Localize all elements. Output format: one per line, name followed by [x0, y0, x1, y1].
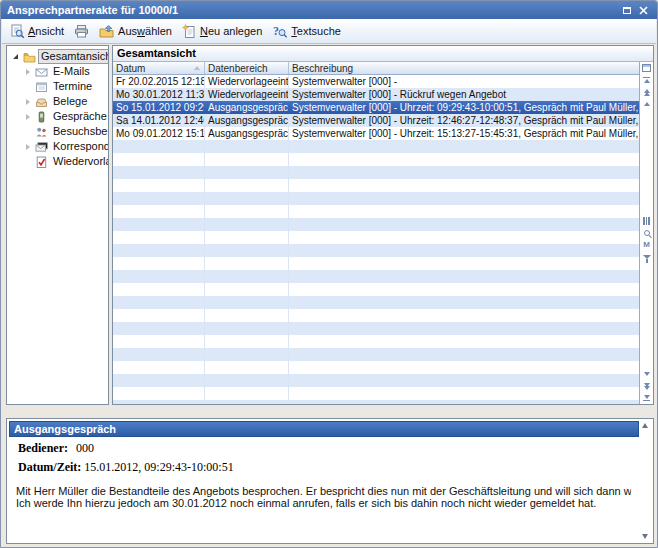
cell-datenbereich: Wiedervorlageeintrag: [205, 75, 289, 88]
app-window: Ansprechpartnerakte für 10000/1 Ansicht: [0, 0, 658, 548]
tree-item-gespr-che[interactable]: Gespräche: [7, 109, 108, 124]
cell-datum: [113, 296, 205, 309]
cell-beschreibung: Systemverwalter [000] - Uhrzeit: 15:13:2…: [289, 127, 639, 140]
scroll-up-icon[interactable]: [642, 423, 648, 428]
tree-item-korrespondenzen[interactable]: Korrespondenzen: [7, 139, 108, 154]
tree-collapsed-arrow-icon[interactable]: [23, 144, 32, 150]
column-header-datum[interactable]: Datum: [113, 62, 205, 74]
cell-beschreibung: Systemverwalter [000] -: [289, 75, 639, 88]
column-chooser-button[interactable]: [640, 62, 653, 74]
cell-beschreibung: [289, 166, 639, 179]
tree-item-label: Gesamtansicht: [39, 50, 109, 63]
tree-item-e-mails[interactable]: E-Mails: [7, 64, 108, 79]
tree-item-label: Korrespondenzen: [51, 140, 109, 153]
cell-datum: [113, 335, 205, 348]
cell-datenbereich: [205, 218, 289, 231]
cell-datenbereich: Ausgangsgespräch: [205, 101, 289, 114]
cell-datenbereich: [205, 296, 289, 309]
cell-beschreibung: [289, 283, 639, 296]
table-row-empty: [113, 257, 639, 270]
close-button[interactable]: [636, 4, 651, 17]
auswaehlen-button[interactable]: Auswählen: [96, 22, 177, 41]
table-row-empty: [113, 387, 639, 400]
table-row-empty: [113, 400, 639, 404]
detail-panel: Ausgangsgespräch Bediener: 000 Datum/Zei…: [6, 418, 654, 544]
tree-collapsed-arrow-icon[interactable]: [23, 99, 32, 105]
cell-beschreibung: [289, 270, 639, 283]
scroll-next-button[interactable]: [640, 368, 653, 380]
column-header-datenbereich[interactable]: Datenbereich: [205, 62, 289, 74]
table-row[interactable]: Mo 30.01.2012 11:30WiedervorlageeintragS…: [113, 88, 639, 101]
cell-beschreibung: [289, 205, 639, 218]
cell-datum: So 15.01.2012 09:29: [113, 101, 205, 114]
cell-datenbereich: [205, 348, 289, 361]
tree-item-wiedervorlagen[interactable]: Wiedervorlagen: [7, 154, 108, 169]
tree-collapsed-arrow-icon[interactable]: [23, 69, 32, 75]
view-columns-button[interactable]: [640, 215, 653, 227]
table-row[interactable]: Mo 09.01.2012 15:13AusgangsgesprächSyste…: [113, 127, 639, 140]
filter-button[interactable]: [640, 251, 653, 263]
cell-datum: [113, 348, 205, 361]
cell-beschreibung: [289, 322, 639, 335]
view-icon: [10, 24, 25, 39]
field-label: Datum/Zeit:: [18, 461, 81, 474]
cell-beschreibung: [289, 309, 639, 322]
filter-icon: [643, 255, 651, 259]
table-row-empty: [113, 283, 639, 296]
scroll-last-button[interactable]: [640, 392, 653, 404]
cell-datum: [113, 322, 205, 335]
sort-ascending-icon: [194, 66, 200, 70]
field-datum-zeit: Datum/Zeit: 15.01.2012, 09:29:43-10:00:5…: [18, 461, 639, 474]
scroll-first-button[interactable]: [640, 74, 653, 86]
cell-datum: [113, 218, 205, 231]
scroll-prev-button[interactable]: [640, 98, 653, 110]
table-row[interactable]: Fr 20.02.2015 12:18WiedervorlageeintragS…: [113, 75, 639, 88]
cell-beschreibung: [289, 348, 639, 361]
neu-anlegen-label: N: [200, 25, 208, 37]
table-row-empty: [113, 166, 639, 179]
scroll-last-icon: [644, 395, 650, 399]
main-panel-title: Gesamtansicht: [113, 46, 653, 62]
field-value: 15.01.2012, 09:29:43-10:00:51: [84, 460, 233, 474]
tree-item-termine[interactable]: Termine: [7, 79, 108, 94]
search-button[interactable]: [640, 227, 653, 239]
textsuche-button[interactable]: ? Textsuche: [269, 22, 346, 41]
column-header-beschreibung[interactable]: Beschreibung: [289, 62, 639, 74]
tree-item-gesamtansicht[interactable]: Gesamtansicht: [7, 49, 108, 64]
print-button[interactable]: [71, 22, 94, 41]
cell-datum: [113, 231, 205, 244]
tree-item-label: Belege: [51, 95, 89, 108]
tree-item-besuchsberichte[interactable]: Besuchsberichte: [7, 124, 108, 139]
scroll-prev-page-button[interactable]: [640, 86, 653, 98]
people-icon: [34, 126, 48, 138]
text-size-button[interactable]: M: [640, 239, 653, 251]
scroll-prev-icon: [644, 102, 650, 106]
ansicht-button[interactable]: Ansicht: [7, 22, 69, 41]
tree-item-belege[interactable]: Belege: [7, 94, 108, 109]
field-bediener: Bediener: 000: [18, 442, 639, 455]
grid-side-toolbar: M: [639, 62, 653, 404]
table-row-empty: [113, 309, 639, 322]
cell-datenbereich: [205, 335, 289, 348]
neu-anlegen-button[interactable]: Neu anlegen: [179, 22, 267, 41]
table-row[interactable]: So 15.01.2012 09:29AusgangsgesprächSyste…: [113, 101, 639, 114]
restore-button[interactable]: [619, 4, 634, 17]
tree-item-label: Wiedervorlagen: [51, 155, 109, 168]
table-row-empty: [113, 348, 639, 361]
tree-expanded-arrow-icon[interactable]: [11, 54, 20, 59]
cell-beschreibung: [289, 361, 639, 374]
scroll-next-icon: [644, 372, 650, 376]
scroll-down-icon[interactable]: [642, 534, 648, 539]
records-grid: Datum Datenbereich Beschreibung Fr 20.02…: [113, 62, 639, 404]
cell-datum: [113, 166, 205, 179]
cell-datenbereich: Ausgangsgespräch: [205, 114, 289, 127]
text-size-icon: M: [643, 241, 650, 249]
table-row-empty: [113, 374, 639, 387]
cell-datenbereich: [205, 309, 289, 322]
table-row[interactable]: Sa 14.01.2012 12:46AusgangsgesprächSyste…: [113, 114, 639, 127]
table-row-empty: [113, 192, 639, 205]
new-document-icon: [182, 24, 197, 39]
scroll-next-page-button[interactable]: [640, 380, 653, 392]
tree-collapsed-arrow-icon[interactable]: [23, 114, 32, 120]
cell-beschreibung: Systemverwalter [000] - Uhrzeit: 09:29:4…: [289, 101, 639, 114]
